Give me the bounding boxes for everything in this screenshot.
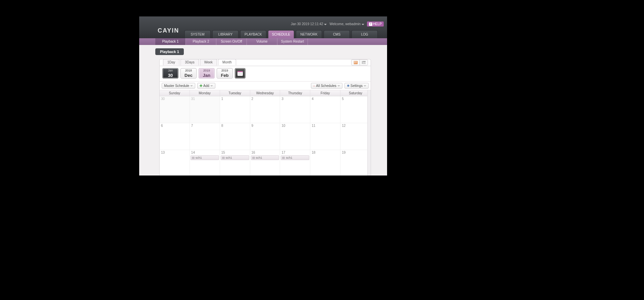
main-tab-playback[interactable]: PLAYBACK — [240, 30, 266, 38]
sub-nav: Playback 1Playback 2Screen On/OffVolumeS… — [139, 38, 387, 45]
page-title-wrap: Playback 1 — [155, 48, 387, 55]
calendar-cell[interactable]: 31 — [190, 96, 220, 123]
main-tab-system[interactable]: SYSTEM — [184, 30, 211, 38]
today-pill-top: Jan — [163, 68, 178, 72]
view-tab-week[interactable]: Week — [200, 59, 217, 65]
calendar-grid-view-button[interactable] — [352, 60, 360, 65]
settings-dropdown[interactable]: ✱ Settings — [344, 83, 369, 89]
schedule-event[interactable]: sch1 — [281, 155, 309, 160]
calendar: SundayMondayTuesdayWednesdayThursdayFrid… — [160, 90, 371, 176]
gear-icon: ✱ — [347, 84, 350, 88]
calendar-cell[interactable]: 4 — [310, 96, 340, 123]
schedule-event[interactable]: sch1 — [251, 155, 279, 160]
help-label: HELP — [373, 22, 382, 26]
schedule-event[interactable]: sch1 — [221, 155, 249, 160]
event-label: sch1 — [286, 156, 292, 159]
day-number: 18 — [312, 151, 315, 154]
calendar-cell[interactable]: 9 — [250, 123, 280, 150]
add-button[interactable]: ✚ Add — [197, 83, 215, 89]
subnav-playback-1[interactable]: Playback 1 — [155, 38, 186, 45]
list-view-button[interactable] — [360, 60, 368, 65]
main-nav: SYSTEMLIBRARYPLAYBACKSCHEDULENETWORKCMSL… — [184, 30, 378, 38]
calendar-cell[interactable]: 30 — [160, 96, 190, 123]
view-tab-3days[interactable]: 3Days — [180, 59, 199, 65]
day-number: 8 — [221, 124, 223, 128]
subnav-system-restart[interactable]: System Restart — [277, 38, 308, 45]
day-number: 17 — [281, 151, 285, 154]
day-number: 15 — [221, 151, 225, 154]
master-schedule-label: Master Schedule — [164, 84, 189, 88]
subnav-volume[interactable]: Volume — [247, 38, 277, 45]
calendar-cell[interactable]: 6 — [160, 123, 190, 150]
subnav-screen-on-off[interactable]: Screen On/Off — [216, 38, 247, 45]
day-header-thursday: Thursday — [280, 90, 310, 96]
help-icon: ? — [369, 22, 372, 26]
event-icon — [192, 157, 195, 159]
calendar-cell[interactable]: 13 — [160, 150, 190, 176]
day-number: 30 — [161, 97, 165, 101]
header-welcome[interactable]: Welcome, webadmin — [329, 22, 364, 26]
day-number: 13 — [161, 151, 165, 154]
prev-pill-bot: Dec — [181, 72, 196, 78]
calendar-cell[interactable]: 19 — [340, 150, 371, 176]
calendar-cell[interactable]: 18 — [310, 150, 340, 176]
view-tab-month[interactable]: Month — [218, 59, 236, 65]
calendar-cell[interactable]: 7 — [190, 123, 220, 150]
calendar-cell[interactable]: 15sch1 — [220, 150, 250, 176]
calendar-icon — [237, 71, 243, 76]
calendar-cell[interactable]: 5 — [340, 96, 371, 123]
master-schedule-dropdown[interactable]: Master Schedule — [162, 83, 195, 89]
today-pill-bot: 30 — [163, 72, 178, 78]
day-number: 7 — [191, 124, 193, 128]
main-tab-network[interactable]: NETWORK — [296, 30, 322, 38]
day-number: 10 — [281, 124, 285, 128]
calendar-cell[interactable]: 14sch1 — [190, 150, 220, 176]
subnav-playback-2[interactable]: Playback 2 — [186, 38, 216, 45]
day-header-monday: Monday — [190, 90, 220, 96]
top-header: CAYIN Jan 30 2019 12:11:42 Welcome, weba… — [139, 16, 387, 38]
curr-pill-top: 2019 — [199, 68, 214, 72]
calendar-cell[interactable]: 10 — [280, 123, 310, 150]
calendar-cell[interactable]: 3 — [280, 96, 310, 123]
main-tab-schedule[interactable]: SCHEDULE — [268, 30, 294, 38]
prev-month-pill[interactable]: 2018 Dec — [180, 68, 197, 79]
calendar-picker-button[interactable] — [235, 68, 246, 79]
day-header-friday: Friday — [310, 90, 340, 96]
settings-label: Settings — [351, 84, 363, 88]
current-month-pill[interactable]: 2019 Jan — [199, 68, 215, 79]
calendar-cell[interactable]: 2 — [250, 96, 280, 123]
day-header-sunday: Sunday — [160, 90, 190, 96]
chevron-down-icon — [190, 85, 193, 87]
view-tab-1day[interactable]: 1Day — [163, 59, 179, 65]
date-nav-row: Jan 30 2018 Dec 2019 Jan 2019 Feb — [160, 66, 371, 82]
main-tab-library[interactable]: LIBRARY — [212, 30, 238, 38]
prev-pill-top: 2018 — [181, 68, 196, 72]
header-right: Jan 30 2019 12:11:42 Welcome, webadmin ?… — [291, 21, 384, 27]
all-schedules-dropdown[interactable]: – All Schedules — [311, 83, 342, 89]
day-number: 19 — [342, 151, 345, 154]
day-number: 6 — [161, 124, 163, 128]
event-label: sch1 — [196, 156, 202, 159]
page-title: Playback 1 — [155, 48, 184, 55]
schedule-event[interactable]: sch1 — [191, 155, 219, 160]
main-tab-log[interactable]: LOG — [352, 30, 378, 38]
help-button[interactable]: ? HELP — [367, 21, 384, 27]
day-number: 4 — [312, 97, 314, 101]
event-label: sch1 — [226, 156, 232, 159]
next-month-pill[interactable]: 2019 Feb — [217, 68, 233, 79]
calendar-cell[interactable]: 1 — [220, 96, 250, 123]
event-label: sch1 — [256, 156, 262, 159]
header-datetime[interactable]: Jan 30 2019 12:11:42 — [291, 22, 327, 26]
chevron-down-icon — [210, 85, 213, 87]
today-pill[interactable]: Jan 30 — [162, 68, 178, 79]
day-number: 16 — [252, 151, 255, 154]
calendar-cell[interactable]: 12 — [340, 123, 371, 150]
calendar-cell[interactable]: 17sch1 — [280, 150, 310, 176]
calendar-cell[interactable]: 16sch1 — [250, 150, 280, 176]
calendar-cell[interactable]: 11 — [310, 123, 340, 150]
scrollbar[interactable] — [367, 90, 371, 176]
main-tab-cms[interactable]: CMS — [324, 30, 350, 38]
view-mode-icons — [351, 59, 368, 65]
calendar-cell[interactable]: 8 — [220, 123, 250, 150]
day-header-saturday: Saturday — [340, 90, 371, 96]
